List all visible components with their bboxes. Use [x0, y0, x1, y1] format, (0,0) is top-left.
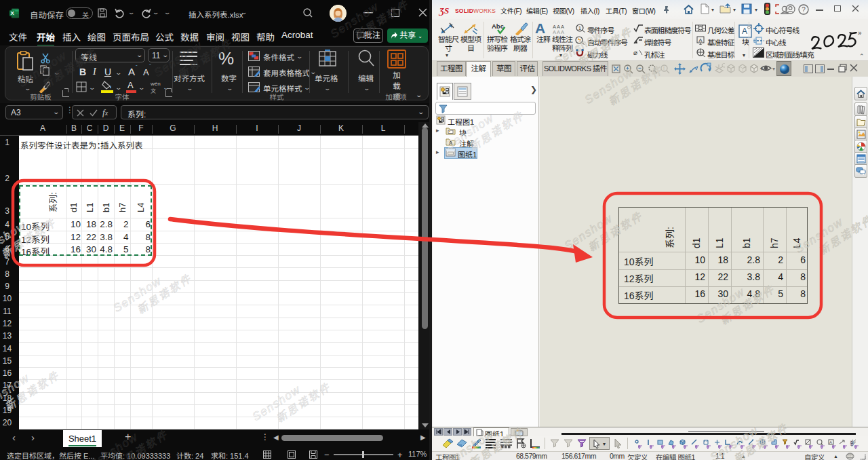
svg-text:?: ? [802, 6, 806, 14]
svg-text:A: A [829, 440, 832, 444]
svg-text:AAA: AAA [553, 29, 565, 35]
svg-text:A: A [698, 37, 703, 43]
svg-text:A: A [742, 26, 747, 36]
svg-text:Abc: Abc [492, 22, 504, 30]
svg-text:X: X [11, 10, 15, 16]
svg-text:⌀: ⌀ [633, 49, 637, 56]
svg-text:1: 1 [578, 25, 582, 31]
